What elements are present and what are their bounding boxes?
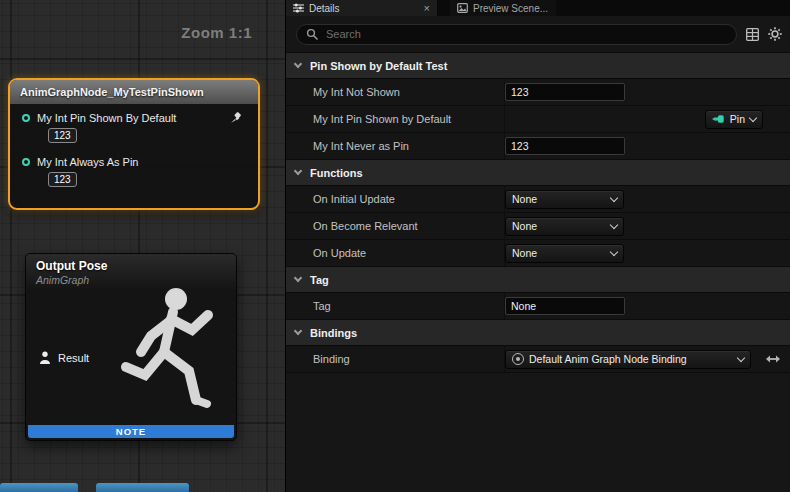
node-title[interactable]: AnimGraphNode_MyTestPinShown	[10, 80, 258, 104]
property-label: On Initial Update	[286, 186, 504, 212]
section-title: Pin Shown by Default Test	[310, 60, 447, 72]
tab-label: Details	[309, 3, 340, 14]
pin-value-input[interactable]: 123	[48, 128, 77, 143]
anim-graph-node-selected[interactable]: AnimGraphNode_MyTestPinShown My Int Pin …	[8, 78, 260, 210]
section-title: Functions	[310, 167, 363, 179]
preview-scene-tab-icon	[457, 3, 468, 13]
chevron-down-icon	[749, 113, 757, 121]
zoom-indicator: Zoom 1:1	[181, 24, 252, 41]
display-filter-icon[interactable]	[746, 28, 759, 41]
on-become-relevant-dropdown[interactable]: None	[505, 217, 624, 236]
property-row: On Initial Update None	[286, 186, 790, 213]
chevron-down-icon	[737, 353, 745, 361]
property-row: My Int Never as Pin	[286, 133, 790, 160]
chevron-down-icon[interactable]	[294, 274, 302, 282]
property-label: Binding	[286, 346, 504, 372]
pin-value-input[interactable]: 123	[48, 172, 77, 187]
node-header[interactable]: Output Pose AnimGraph	[26, 254, 236, 290]
property-row: My Int Pin Shown by Default Pin	[286, 106, 790, 133]
pin-label: My Int Always As Pin	[37, 156, 138, 168]
search-icon	[306, 28, 318, 40]
section-header-tag[interactable]: Tag	[286, 267, 790, 293]
on-update-dropdown[interactable]: None	[505, 244, 624, 263]
chevron-down-icon[interactable]	[294, 327, 302, 335]
tab-details[interactable]: Details ×	[286, 0, 437, 16]
chevron-down-icon[interactable]	[294, 60, 302, 68]
property-label: My Int Not Shown	[286, 79, 504, 105]
property-label: On Update	[286, 240, 504, 266]
pin-visibility-dropdown[interactable]: Pin	[705, 110, 763, 129]
property-label: On Become Relevant	[286, 213, 504, 239]
section-title: Tag	[310, 274, 329, 286]
mannequin-figure	[108, 282, 237, 432]
property-list: Pin Shown by Default Test My Int Not Sho…	[286, 53, 790, 373]
section-title: Bindings	[310, 327, 357, 339]
search-input[interactable]	[324, 27, 727, 41]
search-box[interactable]	[296, 24, 737, 45]
partial-node[interactable]	[96, 483, 189, 492]
unreal-editor-window: Zoom 1:1 AnimGraphNode_MyTestPinShown My…	[0, 0, 790, 492]
dropdown-value: None	[512, 220, 537, 232]
pin-icon	[712, 114, 725, 124]
on-initial-update-dropdown[interactable]: None	[505, 190, 624, 209]
section-header-bindings[interactable]: Bindings	[286, 320, 790, 346]
property-label: My Int Pin Shown by Default	[286, 106, 504, 132]
pin-dropdown-value: Pin	[730, 113, 745, 125]
dropdown-value: None	[512, 193, 537, 205]
result-pin[interactable]: Result	[39, 351, 89, 365]
chevron-down-icon[interactable]	[294, 167, 302, 175]
binding-icon	[512, 353, 524, 365]
binding-dropdown[interactable]: Default Anim Graph Node Binding	[505, 350, 751, 369]
result-pin-label: Result	[58, 352, 89, 364]
property-row: On Update None	[286, 240, 790, 267]
section-header-functions[interactable]: Functions	[286, 160, 790, 186]
settings-gear-icon[interactable]	[768, 27, 782, 41]
pin-row: My Int Always As Pin 123	[10, 148, 258, 187]
int-pin-icon[interactable]	[22, 114, 30, 122]
pin-row: My Int Pin Shown By Default 123	[10, 104, 258, 143]
property-row: Tag	[286, 293, 790, 320]
tab-label: Preview Scene...	[473, 3, 548, 14]
property-label: Tag	[286, 293, 504, 319]
property-row: On Become Relevant None	[286, 213, 790, 240]
property-label: My Int Never as Pin	[286, 133, 504, 159]
chevron-down-icon	[610, 220, 618, 228]
tab-bar: Details × Preview Scene...	[286, 0, 790, 16]
node-subtitle: AnimGraph	[36, 274, 236, 286]
my-int-never-as-pin-input[interactable]	[505, 137, 625, 155]
details-tab-icon	[293, 3, 304, 13]
node-title: Output Pose	[36, 259, 236, 273]
reset-binding-icon[interactable]	[766, 354, 780, 364]
details-panel: Details × Preview Scene...	[285, 0, 790, 492]
tag-input[interactable]	[505, 297, 625, 315]
close-tab-icon[interactable]: ×	[424, 3, 430, 13]
binding-dropdown-value: Default Anim Graph Node Binding	[529, 353, 687, 365]
chevron-down-icon	[610, 193, 618, 201]
pose-pin-icon	[39, 351, 51, 365]
dropdown-value: None	[512, 247, 537, 259]
note-banner[interactable]: NOTE	[28, 425, 234, 438]
anim-graph-editor[interactable]: Zoom 1:1 AnimGraphNode_MyTestPinShown My…	[0, 0, 285, 492]
output-pose-node[interactable]: Output Pose AnimGraph Res	[25, 253, 237, 441]
search-row	[286, 16, 790, 53]
int-pin-icon[interactable]	[22, 158, 30, 166]
pushpin-icon[interactable]	[230, 112, 242, 124]
tab-preview-scene[interactable]: Preview Scene...	[450, 0, 556, 16]
pin-label: My Int Pin Shown By Default	[37, 112, 176, 124]
chevron-down-icon	[610, 247, 618, 255]
section-header-pin-shown[interactable]: Pin Shown by Default Test	[286, 53, 790, 79]
property-row: Binding Default Anim Graph Node Binding	[286, 346, 790, 373]
property-row: My Int Not Shown	[286, 79, 790, 106]
partial-node[interactable]	[0, 483, 78, 492]
my-int-not-shown-input[interactable]	[505, 83, 625, 101]
